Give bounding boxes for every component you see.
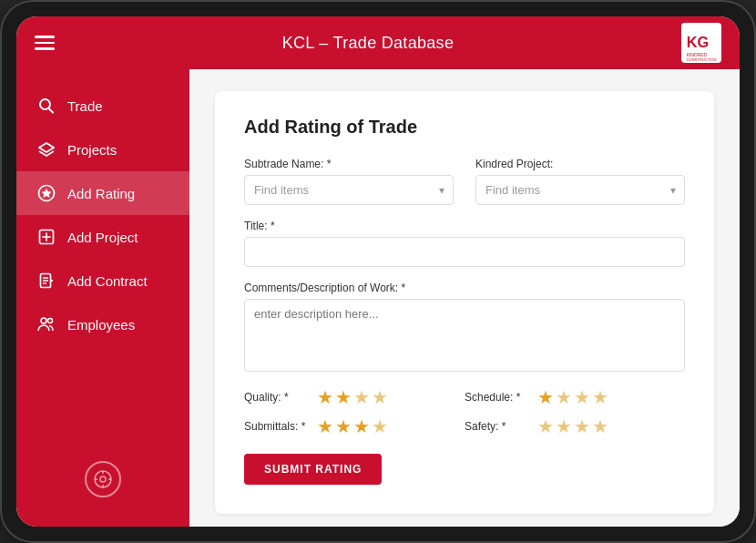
menu-icon[interactable] [35, 36, 55, 50]
ratings-row-2: Submittals: * ★ ★ ★ ★ Safety: * [244, 417, 685, 435]
title-group: Title: * [244, 220, 685, 267]
form-row-comments: Comments/Description of Work: * [244, 282, 685, 372]
quality-label: Quality: * [244, 391, 308, 404]
submit-button[interactable]: SUBMIT RATING [244, 454, 382, 485]
body: Trade Projects [16, 69, 740, 527]
sidebar-label-employees: Employees [67, 317, 135, 333]
sidebar-label-projects: Projects [67, 142, 117, 158]
comments-label: Comments/Description of Work: * [244, 282, 685, 294]
sidebar: Trade Projects [16, 69, 189, 527]
sidebar-item-projects[interactable]: Projects [16, 128, 189, 171]
schedule-stars[interactable]: ★ ★ ★ ★ [537, 388, 608, 406]
form-row-1: Subtrade Name: * Find items Kindred Proj… [244, 158, 685, 205]
file-icon [36, 271, 56, 291]
svg-marker-8 [42, 190, 51, 198]
svg-text:CONSTRUCTION: CONSTRUCTION [687, 57, 717, 61]
submittals-stars[interactable]: ★ ★ ★ ★ [317, 417, 388, 435]
subtrade-group: Subtrade Name: * Find items [244, 158, 454, 205]
kindred-label: Kindred Project: [475, 158, 685, 170]
submittals-star-1[interactable]: ★ [317, 417, 333, 435]
form-card: Add Rating of Trade Subtrade Name: * Fin… [215, 91, 714, 514]
kindred-select[interactable]: Find items [475, 175, 685, 205]
sidebar-label-add-rating: Add Rating [67, 186, 135, 201]
layers-icon [36, 139, 56, 159]
quality-star-1[interactable]: ★ [317, 388, 333, 406]
svg-point-19 [48, 319, 53, 323]
main-content: Add Rating of Trade Subtrade Name: * Fin… [189, 69, 740, 527]
logo: KG KINDRED CONSTRUCTION [681, 23, 721, 63]
plus-square-icon [36, 227, 56, 247]
quality-star-3[interactable]: ★ [353, 388, 370, 406]
ratings-row-1: Quality: * ★ ★ ★ ★ Schedule: * [244, 388, 685, 406]
safety-stars[interactable]: ★ ★ ★ ★ [537, 417, 608, 435]
safety-rating: Safety: * ★ ★ ★ ★ [465, 417, 685, 435]
sidebar-bottom [16, 446, 189, 512]
safety-star-3[interactable]: ★ [574, 417, 590, 435]
sidebar-item-add-contract[interactable]: Add Contract [16, 259, 189, 302]
quality-star-2[interactable]: ★ [335, 388, 352, 406]
sidebar-item-add-rating[interactable]: Add Rating [16, 171, 189, 215]
schedule-star-1[interactable]: ★ [537, 388, 554, 406]
quality-star-4[interactable]: ★ [372, 388, 388, 406]
quality-stars[interactable]: ★ ★ ★ ★ [317, 388, 388, 406]
search-icon [36, 96, 56, 116]
svg-point-21 [100, 476, 106, 482]
comments-group: Comments/Description of Work: * [244, 282, 685, 372]
sidebar-item-add-project[interactable]: Add Project [16, 215, 189, 259]
submittals-star-4[interactable]: ★ [372, 417, 388, 435]
schedule-star-2[interactable]: ★ [556, 388, 572, 406]
sidebar-label-add-project: Add Project [67, 230, 138, 245]
svg-text:KG: KG [687, 34, 710, 50]
tablet-frame: KCL – Trade Database KG KINDRED CONSTRUC… [0, 0, 756, 543]
header-title: KCL – Trade Database [282, 34, 454, 53]
submittals-star-3[interactable]: ★ [353, 417, 370, 435]
svg-point-18 [41, 318, 46, 323]
comments-textarea[interactable] [244, 299, 685, 372]
sidebar-label-add-contract: Add Contract [67, 273, 148, 289]
schedule-label: Schedule: * [465, 391, 528, 404]
safety-star-1[interactable]: ★ [537, 417, 554, 435]
star-circle-icon [36, 183, 56, 203]
schedule-star-3[interactable]: ★ [574, 388, 590, 406]
safety-star-4[interactable]: ★ [592, 417, 608, 435]
safety-label: Safety: * [465, 420, 528, 433]
subtrade-label: Subtrade Name: * [244, 158, 454, 170]
form-row-title: Title: * [244, 220, 685, 267]
sidebar-item-trade[interactable]: Trade [16, 84, 189, 128]
ratings-section: Quality: * ★ ★ ★ ★ Schedule: * [244, 388, 685, 435]
form-title: Add Rating of Trade [244, 117, 685, 138]
settings-bottom-icon[interactable] [85, 461, 121, 497]
header: KCL – Trade Database KG KINDRED CONSTRUC… [16, 16, 740, 69]
submittals-star-2[interactable]: ★ [335, 417, 352, 435]
kindred-group: Kindred Project: Find items [475, 158, 685, 205]
sidebar-item-employees[interactable]: Employees [16, 302, 189, 346]
tablet-screen: KCL – Trade Database KG KINDRED CONSTRUC… [16, 16, 740, 527]
submittals-rating: Submittals: * ★ ★ ★ ★ [244, 417, 465, 435]
submittals-label: Submittals: * [244, 420, 308, 433]
subtrade-select-wrapper: Find items [244, 175, 454, 205]
svg-marker-6 [39, 143, 54, 152]
schedule-rating: Schedule: * ★ ★ ★ ★ [465, 388, 685, 406]
users-icon [36, 314, 56, 334]
subtrade-select[interactable]: Find items [244, 175, 454, 205]
safety-star-2[interactable]: ★ [556, 417, 572, 435]
kindred-select-wrapper: Find items [475, 175, 685, 205]
schedule-star-4[interactable]: ★ [592, 388, 608, 406]
title-input[interactable] [244, 237, 685, 267]
quality-rating: Quality: * ★ ★ ★ ★ [244, 388, 465, 406]
svg-line-5 [49, 108, 54, 113]
sidebar-label-trade: Trade [67, 98, 103, 114]
title-label: Title: * [244, 220, 685, 232]
